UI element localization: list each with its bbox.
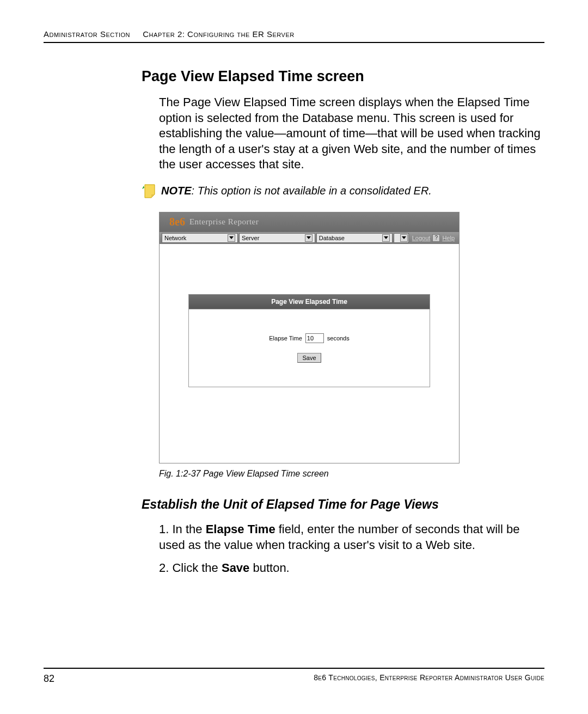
header-chapter: Chapter 2: Configuring the ER Server — [143, 29, 294, 39]
menu-server-label: Server — [242, 235, 305, 241]
menu-database-label: Database — [319, 235, 382, 241]
help-q-icon[interactable]: ? — [432, 234, 440, 242]
app-logo-bar: 8e6 Enterprise Reporter — [160, 212, 459, 232]
elapse-time-row: Elapse Time seconds — [269, 333, 350, 343]
app-screenshot: 8e6 Enterprise Reporter Network Server D… — [159, 212, 460, 463]
app-menu-bar: Network Server Database Logout ? H — [160, 232, 459, 244]
step-text: button. — [249, 561, 289, 575]
intro-paragraph: The Page View Elapsed Time screen displa… — [142, 95, 544, 173]
app-logo-sub: Enterprise Reporter — [189, 217, 259, 227]
menu-network-label: Network — [164, 235, 228, 241]
figure-caption: Fig. 1:2-37 Page View Elapsed Time scree… — [142, 469, 544, 479]
step-num: 2. — [159, 561, 172, 575]
svg-marker-1 — [151, 194, 155, 198]
menu-empty[interactable] — [394, 233, 409, 243]
note-block: NOTE: This option is not available in a … — [142, 182, 544, 200]
menu-database[interactable]: Database — [316, 233, 393, 243]
note-text: NOTE: This option is not available in a … — [161, 182, 432, 198]
step-bold: Elapse Time — [206, 522, 275, 536]
screenshot-figure: 8e6 Enterprise Reporter Network Server D… — [142, 212, 544, 463]
content: Page View Elapsed Time screen The Page V… — [44, 68, 544, 576]
footer-text: 8e6 Technologies, Enterprise Reporter Ad… — [314, 673, 544, 685]
header-section: Administrator Section — [44, 29, 130, 39]
panel-body: Elapse Time seconds Save — [189, 309, 430, 387]
elapse-time-input[interactable] — [305, 333, 324, 343]
page-header: Administrator Section Chapter 2: Configu… — [44, 29, 544, 43]
chevron-down-icon — [400, 234, 408, 242]
help-link[interactable]: Help — [442, 235, 455, 241]
app-logo-brand: 8e6 — [169, 216, 185, 228]
elapse-time-unit: seconds — [327, 335, 350, 341]
logout-link[interactable]: Logout — [412, 235, 431, 241]
panel-title: Page View Elapsed Time — [189, 295, 430, 309]
page-number: 82 — [44, 673, 54, 685]
heading-2: Page View Elapsed Time screen — [142, 68, 544, 85]
step-2: 2. Click the Save button. — [159, 560, 544, 576]
heading-3: Establish the Unit of Elapsed Time for P… — [142, 497, 544, 512]
app-body: Page View Elapsed Time Elapse Time secon… — [160, 244, 459, 463]
menu-server[interactable]: Server — [239, 233, 315, 243]
chevron-down-icon — [305, 234, 313, 242]
chevron-down-icon — [382, 234, 390, 242]
note-label: NOTE — [161, 185, 192, 197]
step-text: Click the — [172, 561, 221, 575]
menu-links: Logout ? Help — [410, 233, 457, 243]
step-text: In the — [172, 522, 205, 536]
chevron-down-icon — [228, 234, 235, 242]
step-num: 1. — [159, 522, 172, 536]
step-1: 1. In the Elapse Time field, enter the n… — [159, 522, 544, 553]
save-button[interactable]: Save — [297, 353, 321, 363]
elapsed-time-panel: Page View Elapsed Time Elapse Time secon… — [188, 294, 430, 387]
step-bold: Save — [222, 561, 249, 575]
steps-list: 1. In the Elapse Time field, enter the n… — [142, 522, 544, 576]
page-footer: 82 8e6 Technologies, Enterprise Reporter… — [44, 668, 544, 685]
note-icon — [142, 182, 157, 200]
note-body: : This option is not available in a cons… — [192, 185, 432, 197]
elapse-time-label: Elapse Time — [269, 335, 302, 341]
menu-network[interactable]: Network — [162, 233, 238, 243]
